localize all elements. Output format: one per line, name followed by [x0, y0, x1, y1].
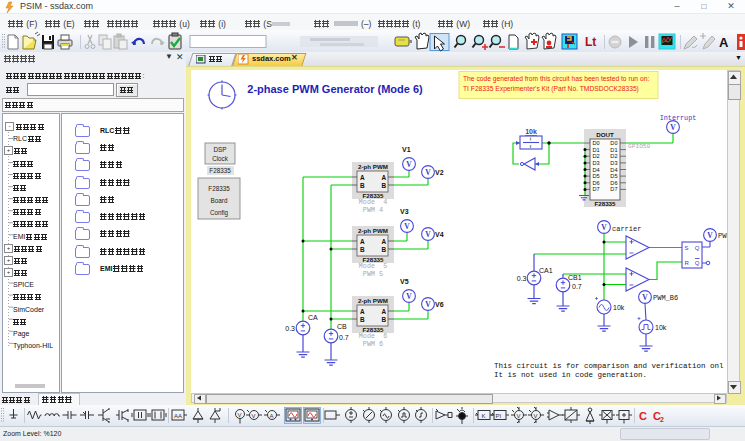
svg-text:Config: Config — [210, 209, 229, 217]
svg-text:It is not used in code generat: It is not used in code generation. — [494, 371, 647, 379]
svg-text:D6: D6 — [610, 180, 617, 186]
svg-text:CA: CA — [308, 314, 318, 321]
svg-text:CB1: CB1 — [568, 274, 582, 281]
svg-text:F28335: F28335 — [595, 200, 617, 207]
svg-text:R: R — [685, 260, 690, 266]
svg-text:V3: V3 — [400, 208, 409, 215]
svg-text:0.7: 0.7 — [339, 334, 349, 341]
svg-text:D3: D3 — [610, 160, 617, 166]
svg-text:V: V — [517, 413, 521, 419]
svg-text:D7: D7 — [610, 186, 617, 192]
svg-text:Mode 4: Mode 4 — [359, 198, 388, 206]
svg-text:10k: 10k — [525, 128, 537, 135]
svg-text:Board: Board — [211, 197, 228, 204]
svg-text:CA1: CA1 — [539, 267, 553, 274]
svg-text:D4: D4 — [593, 167, 600, 173]
svg-text:Lt: Lt — [585, 35, 596, 49]
svg-text:S: S — [685, 245, 689, 251]
svg-text:Mode 5: Mode 5 — [359, 262, 388, 270]
svg-text:C: C — [639, 410, 647, 422]
svg-text:V: V — [534, 413, 538, 419]
svg-text:2: 2 — [660, 416, 664, 423]
svg-text:A: A — [270, 413, 274, 419]
svg-text:2-phase PWM Generator (Mode 6): 2-phase PWM Generator (Mode 6) — [247, 83, 423, 95]
svg-text:Clock: Clock — [212, 155, 229, 162]
svg-text:F28335: F28335 — [208, 185, 230, 192]
svg-text:PWM 4: PWM 4 — [363, 206, 383, 214]
svg-text:V6: V6 — [435, 301, 444, 308]
svg-text:TI F28335 Experimenter's Kit (: TI F28335 Experimenter's Kit (Part No. T… — [463, 85, 639, 93]
svg-text:D1: D1 — [593, 147, 600, 153]
svg-text:V4: V4 — [435, 231, 444, 238]
svg-text:D7: D7 — [593, 186, 600, 192]
svg-text:D2: D2 — [610, 153, 617, 159]
svg-text:K: K — [482, 413, 486, 419]
svg-text:D4: D4 — [610, 167, 617, 173]
svg-text:V: V — [252, 413, 256, 419]
svg-text:Q: Q — [695, 260, 700, 266]
svg-text:D0: D0 — [593, 140, 600, 146]
svg-text:0.7: 0.7 — [572, 283, 582, 290]
svg-text:10k: 10k — [655, 324, 667, 331]
svg-text:PWM 6: PWM 6 — [363, 340, 383, 348]
svg-text:PWM_B6: PWM_B6 — [653, 294, 678, 302]
svg-text:F28335: F28335 — [209, 167, 231, 174]
svg-text:Q: Q — [695, 245, 700, 251]
svg-text:CB: CB — [337, 323, 347, 330]
svg-text:This circuit is for comparison: This circuit is for comparison and verif… — [494, 362, 724, 370]
svg-text:DSP: DSP — [214, 146, 227, 153]
svg-text:D2: D2 — [593, 153, 600, 159]
svg-text:0.3: 0.3 — [517, 275, 527, 282]
svg-text:V5: V5 — [400, 278, 409, 285]
svg-text:V2: V2 — [435, 169, 444, 176]
svg-text:D1: D1 — [610, 147, 617, 153]
svg-text:V1: V1 — [402, 146, 411, 153]
svg-text:Interrupt: Interrupt — [660, 114, 697, 122]
svg-text:PWM 5: PWM 5 — [363, 270, 383, 278]
svg-text:D6: D6 — [593, 180, 600, 186]
svg-text:The code generated from this c: The code generated from this circuit has… — [463, 75, 649, 83]
svg-text:V: V — [238, 412, 242, 418]
svg-text:PWM_A: PWM_A — [718, 232, 727, 240]
svg-text:GPIO50: GPIO50 — [628, 143, 651, 150]
svg-text:0.3: 0.3 — [285, 325, 295, 332]
svg-text:Mode 6: Mode 6 — [359, 332, 388, 340]
svg-text:D5: D5 — [593, 173, 600, 179]
svg-text:D0: D0 — [610, 140, 617, 146]
svg-text:AA: AA — [174, 413, 182, 419]
svg-text:PI: PI — [496, 413, 502, 419]
svg-text:A: A — [719, 35, 729, 50]
svg-text:D3: D3 — [593, 160, 600, 166]
svg-text:D5: D5 — [610, 173, 617, 179]
svg-text:DOUT: DOUT — [596, 131, 614, 138]
svg-text:10k: 10k — [613, 304, 625, 311]
svg-text:carrier: carrier — [612, 225, 641, 233]
